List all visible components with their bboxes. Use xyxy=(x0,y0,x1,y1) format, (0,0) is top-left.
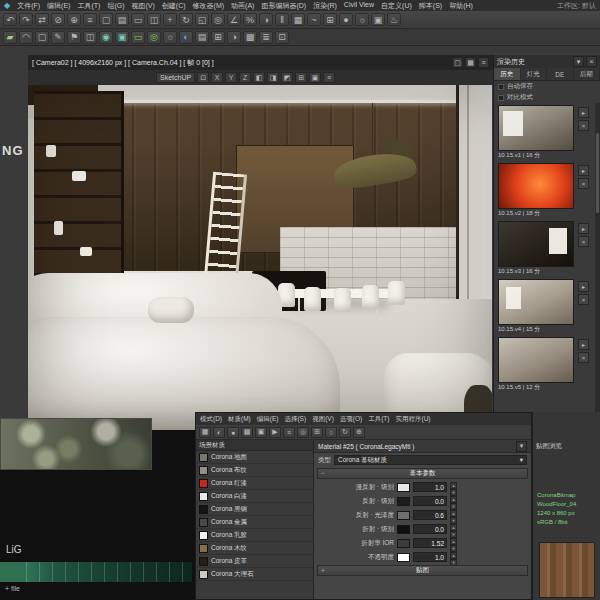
parameter-color-swatch[interactable] xyxy=(397,553,410,562)
material-editor-menu-item[interactable]: 工具(T) xyxy=(368,415,389,424)
spinner-down-icon[interactable]: ▼ xyxy=(450,545,457,552)
material-editor-menu-item[interactable]: 选项(O) xyxy=(340,415,362,424)
delete-render-icon[interactable]: × xyxy=(578,236,589,247)
material-editor-menu-item[interactable]: 模式(D) xyxy=(200,415,222,424)
parameter-value-field[interactable]: 0.6 xyxy=(413,510,447,520)
show-background-icon[interactable]: ▦ xyxy=(199,427,211,438)
delete-render-icon[interactable]: × xyxy=(578,178,589,189)
select-by-name-icon[interactable]: ▤ xyxy=(115,13,129,26)
spinner-up-icon[interactable]: ▲ xyxy=(450,496,457,503)
selection-filter-dropdown[interactable]: ≡ xyxy=(83,13,97,26)
delete-render-icon[interactable]: × xyxy=(578,294,589,305)
viewport-layout-icon[interactable]: ▦ xyxy=(465,57,476,68)
edged-faces-icon[interactable]: ▤ xyxy=(195,31,209,44)
spinner-up-icon[interactable]: ▲ xyxy=(450,552,457,559)
menu-item[interactable]: 动画(A) xyxy=(231,1,254,11)
spinner-down-icon[interactable]: ▼ xyxy=(450,517,457,524)
snap-toggle-icon[interactable]: ◎ xyxy=(211,13,225,26)
parameter-value-field[interactable]: 0.0 xyxy=(413,496,447,506)
safe-frame-icon[interactable]: ▭ xyxy=(131,31,145,44)
history-thumb-2[interactable] xyxy=(498,163,574,209)
make-preview-icon[interactable]: ▶ xyxy=(269,427,281,438)
history-thumb-5[interactable] xyxy=(498,337,574,383)
material-list-item[interactable]: Corona 大理石 xyxy=(196,568,313,581)
history-thumb-1[interactable] xyxy=(498,105,574,151)
panel-tab[interactable]: 灯光 xyxy=(521,68,548,80)
parameter-value-field[interactable]: 1.0 xyxy=(413,482,447,492)
menu-item[interactable]: 视图(V) xyxy=(132,1,155,11)
menu-item[interactable]: Civil View xyxy=(344,1,374,11)
material-list-item[interactable]: Corona 白漆 xyxy=(196,490,313,503)
shading-dropdown-icon[interactable]: ◐ xyxy=(179,31,193,44)
compare-checkbox[interactable] xyxy=(498,95,504,101)
menu-item[interactable]: 渲染(R) xyxy=(313,1,337,11)
units-icon[interactable]: ⊡ xyxy=(275,31,289,44)
more-tools-icon[interactable]: ≡ xyxy=(323,72,335,83)
spinner-up-icon[interactable]: ▲ xyxy=(450,510,457,517)
collapse-panel-icon[interactable]: ▾ xyxy=(573,56,584,67)
parameter-spinner[interactable]: ▲▼ xyxy=(450,482,457,492)
menu-item[interactable]: 工具(T) xyxy=(77,1,100,11)
material-type-dropdown[interactable]: Corona 基础材质 ▾ xyxy=(334,455,527,465)
window-crossing-icon[interactable]: ◫ xyxy=(147,13,161,26)
material-list-item[interactable]: Corona 布纹 xyxy=(196,464,313,477)
plane-yz-icon[interactable]: ◨ xyxy=(267,72,279,83)
align-icon[interactable]: ‖ xyxy=(275,13,289,26)
parameter-spinner[interactable]: ▲▼ xyxy=(450,538,457,548)
spinner-down-icon[interactable]: ▼ xyxy=(450,531,457,538)
undo-icon[interactable]: ↶ xyxy=(3,13,17,26)
array-icon[interactable]: ▩ xyxy=(243,31,257,44)
load-render-icon[interactable]: ▸ xyxy=(578,281,589,292)
menu-item[interactable]: 创建(C) xyxy=(162,1,186,11)
capture-viewport-icon[interactable]: ▣ xyxy=(115,31,129,44)
layer-manager-icon[interactable]: ▦ xyxy=(291,13,305,26)
select-and-scale-icon[interactable]: ◱ xyxy=(195,13,209,26)
render-viewport[interactable] xyxy=(28,85,492,430)
map-info-block[interactable]: CoronaBitmapWoodFloor_041240 x 860 pxsRG… xyxy=(537,492,576,526)
workspace-label[interactable]: 工作区: 默认 xyxy=(557,1,596,11)
camera-icon[interactable]: ◎ xyxy=(147,31,161,44)
mirror-icon[interactable]: ◑ xyxy=(259,13,273,26)
parameter-value-field[interactable]: 0.0 xyxy=(413,524,447,534)
panel-tab[interactable]: 后期 xyxy=(574,68,600,80)
autosave-checkbox[interactable] xyxy=(498,84,504,90)
isolate-selection-icon[interactable]: ◉ xyxy=(99,31,113,44)
material-editor-menu-item[interactable]: 实用程序(U) xyxy=(396,415,431,424)
spinner-up-icon[interactable]: ▲ xyxy=(450,482,457,489)
parameter-color-swatch[interactable] xyxy=(397,483,410,492)
menu-item[interactable]: 图形编辑器(D) xyxy=(261,1,306,11)
material-list-item[interactable]: Corona 黑钢 xyxy=(196,503,313,516)
material-editor-icon[interactable]: ● xyxy=(339,13,353,26)
get-material-icon[interactable]: ○ xyxy=(325,427,337,438)
selection-tab-icon[interactable]: ▢ xyxy=(35,31,49,44)
menu-item[interactable]: 修改器(M) xyxy=(193,1,225,11)
wood-texture-thumbnail[interactable] xyxy=(539,542,595,598)
object-paint-icon[interactable]: ✎ xyxy=(51,31,65,44)
delete-render-icon[interactable]: × xyxy=(578,352,589,363)
history-thumb-4[interactable] xyxy=(498,279,574,325)
material-list-item[interactable]: Corona 木纹 xyxy=(196,542,313,555)
parameter-spinner[interactable]: ▲▼ xyxy=(450,510,457,520)
panel-tab[interactable]: 历史 xyxy=(494,68,521,80)
bind-to-space-warp-icon[interactable]: ⊕ xyxy=(67,13,81,26)
panel-tab[interactable]: DE xyxy=(547,68,574,80)
material-editor-menu-item[interactable]: 材质(M) xyxy=(228,415,251,424)
checker-background-icon[interactable]: ▩ xyxy=(241,427,253,438)
snap-3d-icon[interactable]: ⊡ xyxy=(197,72,209,83)
mirror-tool-icon[interactable]: ◑ xyxy=(227,31,241,44)
video-color-check-icon[interactable]: ▣ xyxy=(255,427,267,438)
delete-render-icon[interactable]: × xyxy=(578,120,589,131)
sketchup-button[interactable]: SketchUP xyxy=(156,72,195,83)
render-frame-window-icon[interactable]: ▣ xyxy=(371,13,385,26)
material-editor-menu-item[interactable]: 视图(V) xyxy=(312,415,334,424)
redo-icon[interactable]: ↷ xyxy=(19,13,33,26)
axis-z-icon[interactable]: Z xyxy=(239,72,251,83)
parameter-spinner[interactable]: ▲▼ xyxy=(450,552,457,562)
material-list-item[interactable]: Corona 金属 xyxy=(196,516,313,529)
grid-snap-icon[interactable]: ⊞ xyxy=(295,72,307,83)
select-and-move-icon[interactable]: + xyxy=(163,13,177,26)
freeform-tab-icon[interactable]: ◠ xyxy=(19,31,33,44)
spacing-tool-icon[interactable]: ≣ xyxy=(259,31,273,44)
history-scrollbar[interactable] xyxy=(595,103,600,430)
viewport-menu-icon[interactable]: ≡ xyxy=(478,57,489,68)
